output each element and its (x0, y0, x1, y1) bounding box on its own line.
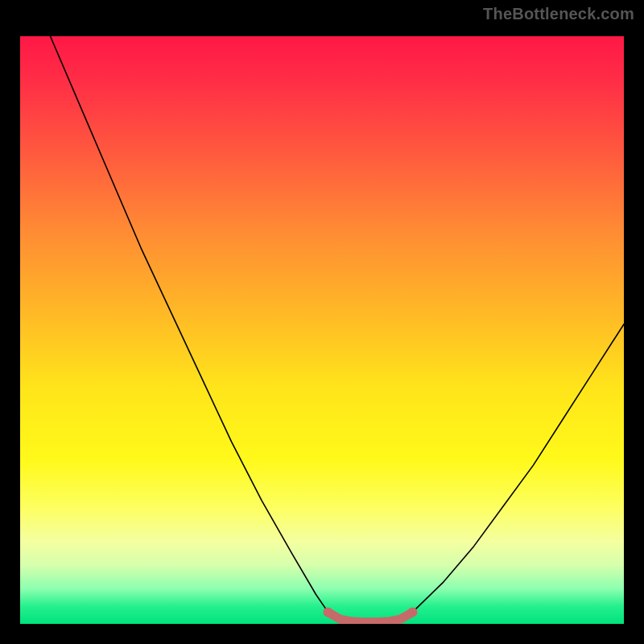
chart-plot-area (20, 36, 624, 624)
watermark-text: TheBottleneck.com (483, 5, 634, 23)
series-plateau (328, 612, 413, 621)
curve-group (51, 36, 625, 622)
series-right-curve (413, 324, 625, 613)
series-left-curve (51, 36, 328, 612)
plateau-marker (408, 607, 418, 617)
chart-svg (20, 36, 624, 624)
plateau-marker (324, 607, 333, 617)
chart-frame (8, 24, 636, 636)
